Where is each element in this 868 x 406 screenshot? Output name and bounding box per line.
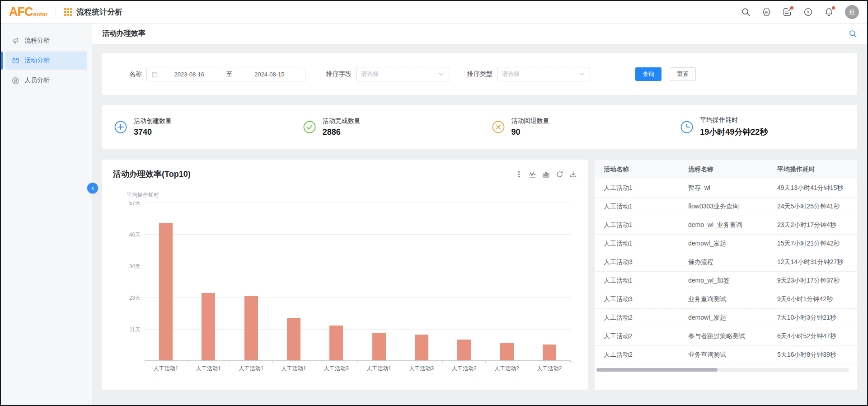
bar-slot xyxy=(315,203,357,360)
bar-slot xyxy=(187,203,230,360)
main-content: 活动办理效率 名称 2023-08-16 至 xyxy=(92,24,867,406)
refresh-icon[interactable] xyxy=(556,170,563,178)
scrollbar-thumb[interactable] xyxy=(596,368,718,372)
bar[interactable] xyxy=(500,343,514,360)
name-label: 名称 xyxy=(129,70,142,78)
bar-slot xyxy=(145,203,187,360)
logo-text: AFC xyxy=(9,6,33,18)
bar-chart-plot: 57天46天34天23天11天 xyxy=(145,203,571,361)
x-axis-label: 人工活动3 xyxy=(400,365,443,373)
stat-label: 平均操作耗时 xyxy=(700,116,768,124)
table-row[interactable]: 人工活动1demo_wl_业务查询23天2小时17分钟4秒 xyxy=(595,216,857,235)
stat-created: 活动创建数量 3740 xyxy=(102,117,291,137)
stat-rollback: 活动回退数量 90 xyxy=(480,117,669,137)
more-dots-icon[interactable] xyxy=(515,170,523,178)
table-row[interactable]: 人工活动3催办流程12天14小时31分钟27秒 xyxy=(595,253,857,272)
horizontal-scrollbar xyxy=(596,368,849,372)
help-icon[interactable]: ? xyxy=(803,7,813,17)
svg-text:?: ? xyxy=(807,9,810,14)
table-row[interactable]: 人工活动1demo_wl_加签9天23小时17分钟37秒 xyxy=(595,272,857,290)
download-icon[interactable] xyxy=(569,170,577,178)
sidebar-item-activity-analysis[interactable]: 活动分析 xyxy=(5,52,87,70)
table-row[interactable]: 人工活动3业务查询测试9天6小时1分钟42秒 xyxy=(595,290,857,309)
bar-slot xyxy=(485,203,528,360)
table-header: 活动名称 流程名称 平均操作耗时 xyxy=(595,160,857,179)
page-title-bar: 活动办理效率 xyxy=(92,24,867,44)
bar[interactable] xyxy=(457,340,471,360)
line-chart-icon[interactable] xyxy=(529,170,536,178)
table-row[interactable]: 人工活动2参与者跳过策略测试6天4小时52分钟47秒 xyxy=(595,327,857,346)
table-cell: 5天16小时8分钟39秒 xyxy=(768,351,857,359)
efficiency-table-card: 活动名称 流程名称 平均操作耗时 人工活动1暂存_wl49天13小时41分钟15… xyxy=(595,160,857,390)
bar[interactable] xyxy=(159,223,173,360)
y-tick-label: 11天 xyxy=(130,326,141,334)
query-button[interactable]: 查询 xyxy=(635,67,662,81)
filter-group-sort-field: 排序字段 请选择 xyxy=(326,67,449,81)
date-start-value: 2023-08-16 xyxy=(158,71,221,78)
page-search-icon[interactable] xyxy=(849,29,857,38)
select-placeholder: 请选择 xyxy=(502,70,579,78)
bar-slot xyxy=(230,203,272,360)
x-axis-label: 人工活动1 xyxy=(357,365,400,373)
app-grid-icon[interactable] xyxy=(64,8,72,16)
chart-toolbar xyxy=(515,169,577,178)
date-end-value: 2024-08-15 xyxy=(239,71,301,78)
table-cell: 催办流程 xyxy=(679,258,768,266)
table-row[interactable]: 人工活动2demowl_发起7天10小时3分钟21秒 xyxy=(595,309,857,327)
sort-field-select[interactable]: 请选择 xyxy=(356,67,449,81)
sidebar-item-label: 活动分析 xyxy=(24,57,50,65)
table-row[interactable]: 人工活动1demowl_发起15天7小时21分钟42秒 xyxy=(595,235,857,253)
bar-chart-icon[interactable] xyxy=(542,170,550,178)
filter-group-sort-type: 排序类型 请选择 xyxy=(467,67,590,81)
bar[interactable] xyxy=(543,345,556,360)
bar[interactable] xyxy=(415,335,428,360)
bar[interactable] xyxy=(287,318,300,360)
table-cell: 人工活动1 xyxy=(595,203,679,211)
activity-box-icon xyxy=(12,57,19,65)
table-cell: 49天13小时41分钟15秒 xyxy=(768,184,857,192)
table-cell: 暂存_wl xyxy=(679,184,768,192)
user-avatar[interactable]: 租 xyxy=(845,5,859,19)
table-cell: 人工活动2 xyxy=(595,332,679,340)
topbar-actions: AI ? 租 xyxy=(741,5,859,19)
reset-button[interactable]: 重置 xyxy=(670,67,696,81)
table-cell: 人工活动1 xyxy=(595,277,679,285)
sidebar-collapse-button[interactable] xyxy=(87,183,98,194)
bar[interactable] xyxy=(202,293,215,360)
x-axis-label: 人工活动1 xyxy=(145,365,187,373)
date-range-input[interactable]: 2023-08-16 至 2024-08-15 xyxy=(146,67,305,81)
y-tick-label: 23天 xyxy=(129,294,141,302)
table-cell: 人工活动1 xyxy=(595,221,679,229)
filter-actions: 查询 重置 xyxy=(635,67,696,81)
table-cell: 9天23小时17分钟37秒 xyxy=(768,277,857,285)
select-placeholder: 请选择 xyxy=(361,70,438,78)
chevron-down-icon xyxy=(579,71,585,77)
plus-circle-icon xyxy=(114,120,127,134)
table-cell: 12天14小时31分钟27秒 xyxy=(768,258,857,266)
page-body: 名称 2023-08-16 至 2024-08-15 排序字段 xyxy=(92,44,867,406)
bell-icon[interactable] xyxy=(824,7,834,17)
table-row[interactable]: 人工活动2业务查询测试5天16小时8分钟39秒 xyxy=(595,346,857,364)
stat-label: 活动回退数量 xyxy=(511,117,549,125)
sidebar-item-process-analysis[interactable]: 流程分析 xyxy=(5,32,87,50)
sidebar-item-personnel-analysis[interactable]: 人员分析 xyxy=(5,71,87,90)
search-icon[interactable] xyxy=(741,7,751,17)
table-cell: 业务查询测试 xyxy=(679,351,768,359)
y-tick-label: 57天 xyxy=(129,199,141,207)
table-cell: 24天5小时25分钟41秒 xyxy=(768,203,857,211)
table-row[interactable]: 人工活动1暂存_wl49天13小时41分钟15秒 xyxy=(595,179,857,198)
table-cell: demowl_发起 xyxy=(679,314,768,322)
x-axis-label: 人工活动1 xyxy=(272,365,315,373)
feedback-note-icon[interactable] xyxy=(783,7,792,17)
sort-type-select[interactable]: 请选择 xyxy=(497,67,590,81)
table-cell: 人工活动3 xyxy=(595,295,679,303)
ai-assistant-icon[interactable]: AI xyxy=(762,7,771,17)
bar[interactable] xyxy=(244,296,258,360)
bar-slot xyxy=(357,203,400,360)
notification-dot xyxy=(832,6,835,9)
table-row[interactable]: 人工活动1flow0303业务查询24天5小时25分钟41秒 xyxy=(595,198,857,216)
bar[interactable] xyxy=(372,333,386,360)
y-tick-label: 46天 xyxy=(129,231,141,239)
logo[interactable]: AFC enter xyxy=(9,6,47,18)
bar[interactable] xyxy=(329,326,343,360)
